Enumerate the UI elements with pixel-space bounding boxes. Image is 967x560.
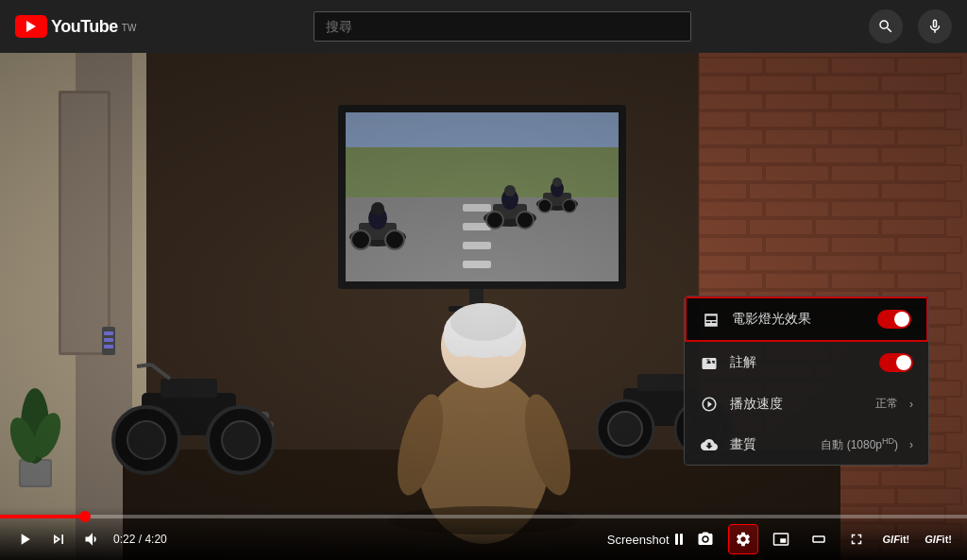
speed-chevron: ›	[909, 398, 913, 411]
mic-button[interactable]	[918, 9, 952, 43]
youtube-icon	[15, 15, 47, 38]
settings-speed[interactable]: 播放速度 正常 ›	[685, 383, 928, 424]
controls-row: 0:22 / 4:20 Screenshot	[0, 518, 967, 560]
pause-bar-2	[680, 534, 683, 545]
progress-thumb	[79, 511, 91, 522]
youtube-header: YouTube TW	[0, 0, 967, 53]
pause-bar-1	[675, 534, 678, 545]
skip-button[interactable]	[45, 526, 72, 552]
gif-button-1[interactable]: GIFit!	[879, 524, 914, 554]
cinema-light-toggle[interactable]	[877, 310, 911, 329]
speed-label: 播放速度	[730, 396, 864, 413]
speed-icon	[700, 395, 719, 413]
quality-chevron: ›	[909, 438, 913, 451]
settings-cinema-light[interactable]: 電影燈光效果	[685, 297, 928, 342]
header-icons	[869, 9, 952, 43]
progress-filled	[0, 515, 85, 518]
gif-button-2[interactable]: GIFit!	[921, 524, 956, 554]
volume-button[interactable]	[79, 526, 106, 552]
cinema-light-label: 電影燈光效果	[732, 311, 866, 328]
youtube-logo[interactable]: YouTube TW	[15, 15, 136, 38]
speed-value: 正常	[875, 396, 898, 412]
gif-label-2: GIFit!	[925, 534, 952, 545]
quality-label: 畫質	[730, 436, 809, 453]
subtitles-icon	[700, 354, 719, 372]
cinema-light-icon	[702, 311, 721, 329]
video-container: 電影燈光效果 註解 播放速度 正常	[0, 53, 967, 560]
video-controls: 0:22 / 4:20 Screenshot	[0, 507, 967, 560]
quality-value: 自動 (1080pHD)	[821, 436, 898, 453]
search-button[interactable]	[869, 9, 903, 43]
camera-button[interactable]	[690, 524, 721, 554]
time-total: 4:20	[144, 533, 166, 546]
time-current: 0:22	[113, 533, 135, 546]
logo-text: YouTube	[51, 17, 118, 37]
subtitles-toggle[interactable]	[879, 353, 913, 372]
fullscreen-button[interactable]	[841, 524, 872, 554]
settings-menu: 電影燈光效果 註解 播放速度 正常	[684, 296, 929, 466]
quality-icon	[700, 435, 719, 453]
play-button[interactable]	[11, 526, 38, 552]
settings-quality[interactable]: 畫質 自動 (1080pHD) ›	[685, 424, 928, 465]
settings-subtitles[interactable]: 註解	[685, 342, 928, 383]
country-label: TW	[122, 23, 137, 33]
gif-label-1: GIFit!	[883, 534, 910, 545]
pip-button[interactable]	[766, 524, 796, 554]
search-wrap	[147, 11, 857, 42]
screenshot-badge: Screenshot	[607, 533, 683, 547]
settings-button[interactable]	[728, 524, 758, 554]
screenshot-label: Screenshot	[607, 533, 670, 547]
time-display: 0:22 / 4:20	[113, 533, 167, 546]
cinema-light-toggle-thumb	[894, 312, 909, 327]
search-bar[interactable]	[314, 11, 691, 42]
search-input[interactable]	[326, 19, 679, 34]
subtitles-toggle-thumb	[896, 355, 911, 370]
progress-bar[interactable]	[0, 515, 967, 518]
subtitles-label: 註解	[730, 354, 868, 371]
screenshot-pause-icon	[675, 534, 683, 545]
theater-button[interactable]	[804, 524, 834, 554]
